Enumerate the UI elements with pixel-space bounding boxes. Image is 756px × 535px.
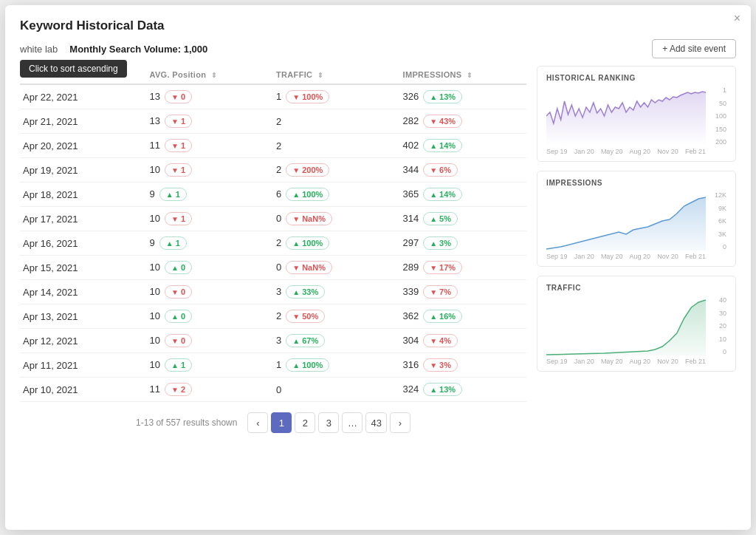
historical-ranking-title: HISTORICAL RANKING	[546, 74, 726, 82]
cell-traffic: 2▲100%	[273, 231, 400, 256]
impressions-badge: ▼6%	[423, 163, 458, 177]
cell-traffic: 1▲100%	[273, 353, 400, 378]
close-button[interactable]: ×	[734, 13, 740, 24]
position-badge: ▲1	[159, 188, 187, 201]
cell-date: Apr 20, 2021	[20, 134, 147, 158]
cell-traffic: 0▼NaN%	[273, 256, 400, 280]
cell-position: 9▲1	[147, 183, 274, 207]
cell-impressions: 304▼4%	[400, 329, 527, 353]
position-badge: ▼0	[165, 90, 192, 103]
impressions-chart: IMPRESSIONS 12K 9K	[537, 171, 736, 267]
cell-traffic: 2▼50%	[273, 304, 400, 329]
position-badge: ▲0	[165, 310, 192, 323]
table-row: Apr 22, 202113▼01▼100%326▲13%	[20, 84, 526, 109]
pagination-info: 1-13 of 557 results shown	[136, 418, 237, 428]
cell-position: 10▲1	[147, 353, 274, 378]
cell-impressions: 324▲13%	[400, 378, 527, 402]
cell-impressions: 297▲3%	[400, 231, 527, 256]
cell-impressions: 326▲13%	[400, 84, 527, 109]
cell-position: 11▼1	[147, 134, 274, 158]
impressions-badge: ▲3%	[423, 236, 458, 250]
traffic-badge: ▼50%	[286, 310, 325, 323]
svg-marker-0	[546, 92, 706, 146]
page-button-2[interactable]: 2	[295, 412, 315, 433]
table-row: Apr 14, 202110▼03▲33%339▼7%	[20, 280, 526, 304]
page-button-ellipsis[interactable]: …	[342, 412, 362, 433]
content-area: DATE ⇕ AVG. Position ⇕ TRAFFIC ⇕ IMPRESS…	[20, 66, 736, 433]
traffic-badge: ▲100%	[286, 188, 329, 201]
historical-ranking-wrapper: 1 50 100 150 200	[546, 86, 726, 146]
traffic-x-labels: Sep 19 Jan 20 May 20 Aug 20 Nov 20 Feb 2…	[546, 358, 726, 365]
position-badge: ▼1	[165, 139, 192, 152]
sort-tooltip: Click to sort ascending	[20, 60, 127, 78]
cell-position: 9▲1	[147, 231, 274, 256]
cell-position: 10▼1	[147, 158, 274, 183]
impressions-badge: ▲13%	[423, 383, 462, 396]
historical-ranking-x-labels: Sep 19 Jan 20 May 20 Aug 20 Nov 20 Feb 2…	[546, 148, 726, 155]
position-badge: ▲1	[165, 358, 192, 372]
col-header-traffic[interactable]: TRAFFIC ⇕	[273, 66, 400, 84]
cell-date: Apr 10, 2021	[20, 378, 147, 402]
table-row: Apr 12, 202110▼03▲67%304▼4%	[20, 329, 526, 353]
impressions-badge: ▲14%	[423, 188, 462, 201]
impressions-badge: ▼4%	[423, 334, 458, 347]
cell-date: Apr 17, 2021	[20, 207, 147, 231]
page-button-3[interactable]: 3	[318, 412, 339, 433]
sort-icon-position: ⇕	[211, 72, 217, 79]
prev-page-button[interactable]: ‹	[247, 412, 268, 433]
sort-icon-traffic: ⇕	[317, 72, 323, 79]
traffic-chart-title: TRAFFIC	[546, 284, 726, 292]
cell-impressions: 362▲16%	[400, 304, 527, 329]
cell-position: 11▼2	[147, 378, 274, 402]
traffic-badge: ▲100%	[286, 358, 329, 372]
col-header-avg-position[interactable]: AVG. Position ⇕	[147, 66, 274, 84]
page-button-1[interactable]: 1	[271, 412, 292, 433]
cell-impressions: 402▲14%	[400, 134, 527, 158]
cell-impressions: 282▼43%	[400, 109, 527, 134]
modal-title: Keyword Historical Data	[20, 18, 736, 33]
traffic-badge: ▼NaN%	[286, 261, 332, 274]
svg-marker-1	[546, 197, 706, 251]
impressions-chart-wrapper: 12K 9K 6K 3K 0	[546, 191, 726, 251]
table-row: Apr 15, 202110▲00▼NaN%289▼17%	[20, 256, 526, 280]
col-header-impressions[interactable]: IMPRESSIONS ⇕	[400, 66, 527, 84]
cell-date: Apr 18, 2021	[20, 183, 147, 207]
impressions-svg	[546, 191, 706, 251]
cell-position: 10▼0	[147, 329, 274, 353]
cell-position: 13▼1	[147, 109, 274, 134]
impressions-badge: ▲5%	[423, 212, 458, 225]
add-site-event-button[interactable]: + Add site event	[652, 39, 736, 58]
cell-date: Apr 21, 2021	[20, 109, 147, 134]
cell-traffic: 2	[273, 109, 400, 134]
table-row: Apr 13, 202110▲02▼50%362▲16%	[20, 304, 526, 329]
cell-traffic: 0▼NaN%	[273, 207, 400, 231]
cell-date: Apr 22, 2021	[20, 84, 147, 109]
cell-traffic: 6▲100%	[273, 183, 400, 207]
cell-traffic: 0	[273, 378, 400, 402]
table-row: Apr 18, 20219▲16▲100%365▲14%	[20, 183, 526, 207]
cell-date: Apr 13, 2021	[20, 304, 147, 329]
cell-position: 10▼0	[147, 280, 274, 304]
impressions-badge: ▼43%	[423, 115, 462, 128]
position-badge: ▼0	[165, 285, 192, 299]
table-row: Apr 16, 20219▲12▲100%297▲3%	[20, 231, 526, 256]
table-row: Apr 11, 202110▲11▲100%316▼3%	[20, 353, 526, 378]
cell-traffic: 3▲67%	[273, 329, 400, 353]
impressions-badge: ▲16%	[423, 310, 462, 323]
traffic-badge: ▲100%	[286, 236, 329, 250]
cell-impressions: 365▲14%	[400, 183, 527, 207]
position-badge: ▼1	[165, 163, 192, 177]
cell-traffic: 1▼100%	[273, 84, 400, 109]
cell-impressions: 339▼7%	[400, 280, 527, 304]
traffic-chart: TRAFFIC 40 30	[537, 276, 736, 372]
cell-position: 10▲0	[147, 256, 274, 280]
traffic-badge: ▼NaN%	[286, 212, 332, 225]
table-area: DATE ⇕ AVG. Position ⇕ TRAFFIC ⇕ IMPRESS…	[20, 66, 526, 433]
page-button-43[interactable]: 43	[365, 412, 386, 433]
data-table: DATE ⇕ AVG. Position ⇕ TRAFFIC ⇕ IMPRESS…	[20, 66, 526, 402]
next-page-button[interactable]: ›	[390, 412, 410, 433]
cell-position: 10▲0	[147, 304, 274, 329]
impressions-badge: ▼7%	[423, 285, 458, 299]
cell-impressions: 316▼3%	[400, 353, 527, 378]
cell-traffic: 2▼200%	[273, 158, 400, 183]
